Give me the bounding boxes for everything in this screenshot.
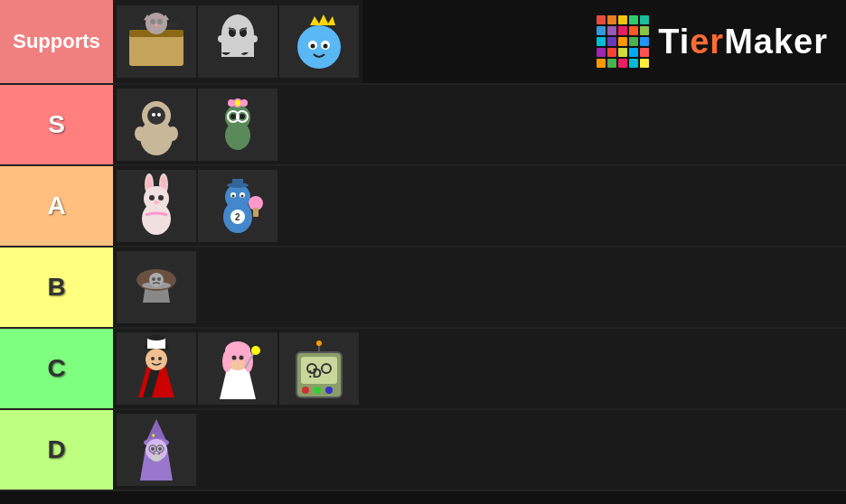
logo-grid [597,15,649,68]
svg-point-90 [325,387,333,394]
tier-item [117,89,196,161]
svg-point-56 [232,195,235,198]
svg-point-25 [147,107,165,125]
svg-point-40 [235,100,240,106]
svg-point-51 [225,184,250,210]
svg-text:2: 2 [235,212,240,222]
header-row: Supports Lemonade! [0,0,846,85]
tier-item [279,5,359,78]
svg-point-102 [151,454,162,462]
tier-items-a: 2 [113,166,846,246]
tier-items-b [113,247,846,327]
svg-point-26 [152,113,155,117]
tier-row-c: C [0,329,846,410]
logo-grid-cell [618,48,627,57]
tier-item [117,170,196,242]
tier-label-c: C [0,329,113,408]
svg-point-39 [240,99,248,107]
svg-point-29 [167,126,178,141]
svg-point-69 [147,335,165,341]
tier-item: Lemonade! [117,5,196,78]
svg-point-6 [155,24,158,27]
tier-item [198,332,277,405]
svg-rect-61 [232,179,243,186]
tier-items-s [113,85,846,164]
tier-label-s: S [0,85,113,164]
svg-point-57 [241,195,244,198]
logo-grid-cell [607,59,616,68]
svg-point-92 [316,341,322,346]
svg-point-47 [149,195,155,201]
header-right: TierMaker [362,0,846,83]
tier-row-b: B [0,247,846,329]
svg-point-71 [151,357,155,360]
svg-point-89 [314,387,321,394]
logo-grid-cell [640,15,649,24]
svg-point-66 [157,277,161,281]
logo-grid-cell [607,37,616,46]
logo-grid-cell [618,26,627,35]
tier-item [117,251,196,323]
svg-point-22 [324,44,328,49]
tier-row-d: D ★ [0,410,846,491]
logo-grid-cell [618,37,627,46]
svg-point-75 [222,350,231,372]
tier-items-d: ★ [113,410,846,490]
tier-row-a: A [0,166,846,247]
svg-point-35 [230,114,236,119]
tier-item: ★ [117,414,196,486]
svg-rect-10 [221,34,254,52]
svg-point-18 [297,25,341,69]
logo-grid-cell [607,15,616,24]
svg-point-27 [157,113,161,117]
svg-point-64 [149,273,164,287]
logo-grid-cell [640,37,649,46]
tier-item [198,89,277,161]
svg-point-21 [311,44,315,49]
svg-point-72 [158,357,162,360]
svg-point-70 [146,349,167,370]
svg-rect-59 [253,208,258,217]
logo-grid-cell [597,37,606,46]
svg-point-16 [250,35,258,42]
svg-marker-17 [310,14,335,25]
svg-point-81 [251,346,260,355]
tier-item: :D [279,332,359,405]
logo-grid-cell [629,26,638,35]
logo-grid-cell [597,15,606,24]
logo-grid-cell [629,59,638,68]
svg-text:★: ★ [151,433,155,438]
svg-rect-0 [129,34,183,66]
tier-row-s: S [0,85,846,166]
tier-items-c: :D [113,329,846,408]
logo-grid-cell [640,26,649,35]
logo-grid-cell [607,26,616,35]
svg-point-48 [158,195,164,201]
svg-point-77 [232,356,237,360]
svg-point-46 [144,186,169,211]
svg-point-98 [158,447,162,451]
svg-point-65 [152,277,155,281]
svg-point-49 [154,201,159,204]
svg-point-4 [150,19,155,24]
logo-grid-cell [597,59,606,68]
logo-grid-cell [629,37,638,46]
tier-label-b: B [0,247,113,327]
tier-table: Supports Lemonade! [0,0,846,491]
svg-point-3 [146,13,167,34]
svg-point-79 [236,359,240,363]
tier-label-d: D [0,410,113,490]
tier-item: 2 [198,170,277,242]
svg-point-38 [228,99,235,107]
logo-grid-cell [597,48,606,57]
svg-point-28 [135,126,146,141]
svg-point-15 [218,35,225,42]
logo-grid-cell [618,59,627,68]
svg-point-36 [240,114,245,119]
logo-text: TierMaker [658,23,828,61]
tier-item [117,332,196,405]
logo-grid-cell [640,48,649,57]
header-items: Lemonade! [113,0,362,83]
logo-grid-cell [597,26,606,35]
svg-point-88 [302,387,309,394]
